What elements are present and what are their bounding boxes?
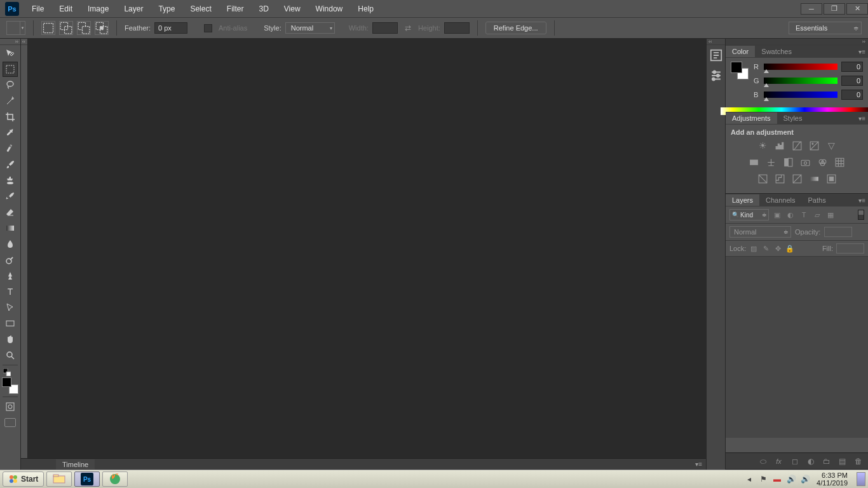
levels-icon[interactable] (774, 140, 785, 151)
close-button[interactable]: ✕ (846, 3, 868, 15)
maximize-button[interactable]: ❐ (824, 3, 845, 15)
task-firefox[interactable] (102, 471, 128, 487)
filter-toggle[interactable] (858, 210, 864, 220)
new-adjustment-layer-icon[interactable]: ◐ (806, 456, 815, 466)
tray-clock[interactable]: 6:33 PM 4/11/2019 (814, 471, 850, 487)
tab-swatches[interactable]: Swatches (755, 46, 798, 57)
rectangle-tool[interactable] (3, 316, 18, 331)
tab-color[interactable]: Color (726, 46, 755, 57)
menu-edit[interactable]: Edit (51, 1, 80, 17)
brightness-contrast-icon[interactable]: ☀ (757, 140, 768, 151)
task-explorer[interactable] (46, 471, 72, 487)
color-fg-bg-swatch[interactable] (731, 62, 749, 79)
type-tool[interactable]: T (3, 284, 18, 299)
tray-volume2-icon[interactable]: 🔊 (800, 474, 810, 484)
tray-expand-icon[interactable]: ◂ (744, 474, 754, 484)
lasso-tool[interactable] (3, 78, 18, 93)
menu-image[interactable]: Image (80, 1, 116, 17)
crop-tool[interactable] (3, 109, 18, 125)
subtract-selection-icon[interactable] (77, 21, 91, 35)
intersect-selection-icon[interactable] (95, 21, 109, 35)
tray-flag-icon[interactable]: ⚑ (758, 474, 768, 484)
zoom-tool[interactable] (3, 348, 18, 363)
menu-window[interactable]: Window (308, 1, 351, 17)
left-ribbon[interactable]: ‹‹ (21, 39, 28, 458)
move-tool[interactable] (3, 46, 18, 61)
fill-input[interactable] (836, 243, 864, 254)
brush-tool[interactable] (3, 157, 18, 172)
clone-stamp-tool[interactable] (3, 173, 18, 188)
path-selection-tool[interactable] (3, 300, 18, 315)
tray-action-center-icon[interactable]: ▬ (772, 474, 782, 484)
b-slider[interactable] (764, 92, 837, 98)
gradient-map-icon[interactable] (808, 173, 820, 184)
feather-input[interactable] (154, 22, 187, 34)
blend-mode-select[interactable]: Normal (729, 226, 791, 238)
tools-collapse-icon[interactable]: ›› (0, 39, 20, 45)
tab-styles[interactable]: Styles (777, 112, 809, 124)
color-balance-icon[interactable] (766, 156, 777, 168)
task-photoshop[interactable]: Ps (74, 471, 100, 487)
pen-tool[interactable] (3, 268, 18, 283)
r-input[interactable] (841, 62, 863, 72)
panels-collapse-icon[interactable]: ›› (726, 39, 868, 45)
history-brush-tool[interactable] (3, 189, 18, 204)
delete-layer-icon[interactable]: 🗑 (853, 456, 863, 466)
history-panel-icon[interactable] (709, 48, 723, 62)
dock-collapse-icon[interactable]: ‹‹ (707, 39, 725, 45)
lock-pixels-icon[interactable]: ✎ (761, 244, 770, 253)
menu-filter[interactable]: Filter (219, 1, 252, 17)
refine-edge-button[interactable]: Refine Edge... (485, 22, 546, 34)
menu-file[interactable]: File (24, 1, 51, 17)
layer-filter-kind-select[interactable]: Kind (729, 209, 769, 220)
layer-mask-icon[interactable]: ◻ (790, 456, 799, 466)
blur-tool[interactable] (3, 236, 18, 252)
marquee-tool[interactable] (3, 62, 18, 77)
b-input[interactable] (841, 90, 863, 100)
lock-position-icon[interactable]: ✥ (773, 244, 782, 253)
black-white-icon[interactable] (783, 156, 794, 168)
menu-layer[interactable]: Layer (116, 1, 151, 17)
filter-type-icon[interactable]: T (799, 210, 809, 220)
tab-channels[interactable]: Channels (759, 194, 801, 206)
link-layers-icon[interactable]: ⬭ (758, 456, 768, 466)
channel-mixer-icon[interactable] (817, 156, 829, 168)
menu-help[interactable]: Help (350, 1, 381, 17)
g-input[interactable] (841, 76, 863, 86)
filter-smart-icon[interactable]: ▦ (825, 210, 836, 220)
menu-view[interactable]: View (276, 1, 308, 17)
fg-bg-color-picker[interactable] (2, 377, 18, 394)
layer-fx-icon[interactable]: fx (774, 456, 783, 466)
g-slider[interactable] (764, 78, 837, 84)
show-desktop-button[interactable] (857, 472, 865, 486)
dodge-tool[interactable] (3, 252, 18, 268)
timeline-menu-icon[interactable]: ▾≡ (695, 461, 702, 468)
photo-filter-icon[interactable] (800, 156, 811, 168)
opacity-input[interactable] (824, 227, 852, 237)
new-layer-icon[interactable]: ▤ (837, 456, 847, 466)
r-slider[interactable] (764, 64, 837, 70)
posterize-icon[interactable] (774, 173, 785, 184)
layers-panel-menu-icon[interactable]: ▾≡ (858, 197, 865, 204)
invert-icon[interactable] (757, 173, 768, 184)
start-button[interactable]: Start (3, 471, 44, 487)
adjustments-panel-menu-icon[interactable]: ▾≡ (858, 115, 865, 122)
tab-paths[interactable]: Paths (802, 194, 832, 206)
color-panel-menu-icon[interactable]: ▾≡ (858, 48, 865, 55)
magic-wand-tool[interactable] (3, 93, 18, 109)
timeline-tab[interactable]: Timeline (56, 459, 95, 470)
filter-adjustment-icon[interactable]: ◐ (785, 210, 796, 220)
add-selection-icon[interactable] (59, 21, 73, 35)
threshold-icon[interactable] (791, 173, 803, 184)
gradient-tool[interactable] (3, 220, 18, 236)
menu-3d[interactable]: 3D (251, 1, 276, 17)
curves-icon[interactable] (791, 140, 803, 151)
workspace-switcher[interactable]: Essentials (789, 22, 862, 34)
filter-shape-icon[interactable]: ▱ (812, 210, 822, 220)
quick-mask-icon[interactable] (3, 399, 18, 414)
hue-sat-icon[interactable] (749, 156, 760, 168)
new-selection-icon[interactable] (41, 21, 55, 35)
selective-color-icon[interactable] (825, 173, 837, 184)
eraser-tool[interactable] (3, 205, 18, 220)
exposure-icon[interactable] (808, 140, 820, 151)
